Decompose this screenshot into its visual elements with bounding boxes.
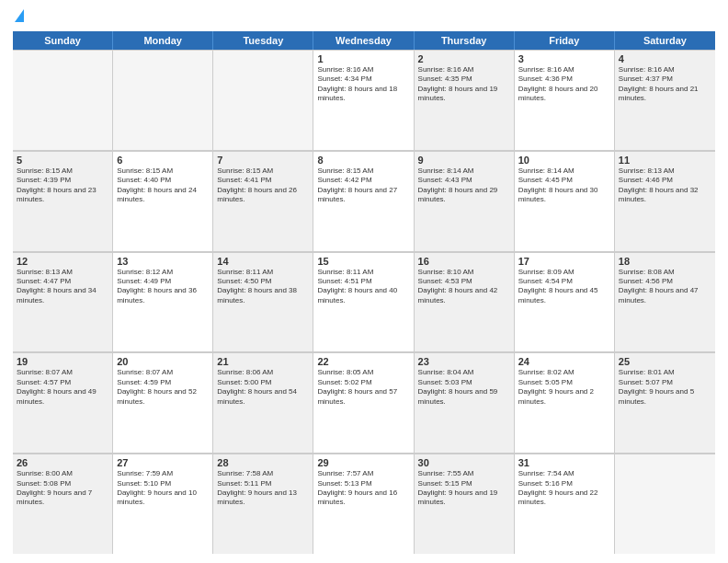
calendar-cell: 18Sunrise: 8:08 AM Sunset: 4:56 PM Dayli… xyxy=(615,252,715,352)
cell-details: Sunrise: 8:00 AM Sunset: 5:08 PM Dayligh… xyxy=(17,469,108,508)
cell-details: Sunrise: 8:10 AM Sunset: 4:53 PM Dayligh… xyxy=(418,268,510,306)
day-number: 15 xyxy=(317,256,409,267)
day-number: 5 xyxy=(17,155,108,166)
day-number: 25 xyxy=(619,356,711,367)
calendar-cell: 8Sunrise: 8:15 AM Sunset: 4:42 PM Daylig… xyxy=(313,151,414,251)
calendar: SundayMondayTuesdayWednesdayThursdayFrid… xyxy=(13,31,715,554)
calendar-cell: 31Sunrise: 7:54 AM Sunset: 5:16 PM Dayli… xyxy=(515,454,615,554)
header-day: Thursday xyxy=(415,31,515,50)
calendar-row: 5Sunrise: 8:15 AM Sunset: 4:39 PM Daylig… xyxy=(13,151,715,252)
day-number: 17 xyxy=(518,256,610,267)
header-day: Friday xyxy=(515,31,615,50)
day-number: 18 xyxy=(619,256,711,267)
calendar-cell: 13Sunrise: 8:12 AM Sunset: 4:49 PM Dayli… xyxy=(113,252,213,352)
page: SundayMondayTuesdayWednesdayThursdayFrid… xyxy=(0,0,728,563)
cell-details: Sunrise: 7:59 AM Sunset: 5:10 PM Dayligh… xyxy=(117,469,209,508)
cell-details: Sunrise: 8:16 AM Sunset: 4:37 PM Dayligh… xyxy=(619,65,711,104)
day-number: 28 xyxy=(217,457,309,468)
calendar-cell xyxy=(113,50,213,150)
cell-details: Sunrise: 8:12 AM Sunset: 4:49 PM Dayligh… xyxy=(117,268,209,306)
cell-details: Sunrise: 8:04 AM Sunset: 5:03 PM Dayligh… xyxy=(418,368,510,407)
cell-details: Sunrise: 8:09 AM Sunset: 4:54 PM Dayligh… xyxy=(518,268,610,306)
calendar-cell: 12Sunrise: 8:13 AM Sunset: 4:47 PM Dayli… xyxy=(13,252,113,352)
calendar-row: 26Sunrise: 8:00 AM Sunset: 5:08 PM Dayli… xyxy=(13,454,715,554)
logo xyxy=(13,9,24,24)
cell-details: Sunrise: 8:14 AM Sunset: 4:45 PM Dayligh… xyxy=(518,167,610,205)
cell-details: Sunrise: 7:57 AM Sunset: 5:13 PM Dayligh… xyxy=(317,469,409,508)
day-number: 11 xyxy=(619,155,711,166)
day-number: 20 xyxy=(117,356,209,367)
day-number: 16 xyxy=(418,256,510,267)
day-number: 26 xyxy=(17,457,108,468)
calendar-cell: 10Sunrise: 8:14 AM Sunset: 4:45 PM Dayli… xyxy=(515,151,615,251)
calendar-cell xyxy=(615,454,715,554)
day-number: 8 xyxy=(317,155,409,166)
day-number: 14 xyxy=(217,256,309,267)
day-number: 9 xyxy=(418,155,510,166)
cell-details: Sunrise: 8:07 AM Sunset: 4:59 PM Dayligh… xyxy=(117,368,209,407)
cell-details: Sunrise: 8:02 AM Sunset: 5:05 PM Dayligh… xyxy=(518,368,610,407)
day-number: 27 xyxy=(117,457,209,468)
cell-details: Sunrise: 8:15 AM Sunset: 4:40 PM Dayligh… xyxy=(117,167,209,205)
day-number: 24 xyxy=(518,356,610,367)
cell-details: Sunrise: 7:55 AM Sunset: 5:15 PM Dayligh… xyxy=(418,469,510,508)
calendar-body: 1Sunrise: 8:16 AM Sunset: 4:34 PM Daylig… xyxy=(13,50,715,554)
cell-details: Sunrise: 8:15 AM Sunset: 4:39 PM Dayligh… xyxy=(17,167,108,205)
cell-details: Sunrise: 7:54 AM Sunset: 5:16 PM Dayligh… xyxy=(518,469,610,508)
day-number: 19 xyxy=(17,356,108,367)
cell-details: Sunrise: 8:16 AM Sunset: 4:35 PM Dayligh… xyxy=(418,65,510,104)
header-day: Tuesday xyxy=(213,31,313,50)
day-number: 4 xyxy=(619,53,711,64)
calendar-cell: 4Sunrise: 8:16 AM Sunset: 4:37 PM Daylig… xyxy=(615,50,715,150)
calendar-cell: 2Sunrise: 8:16 AM Sunset: 4:35 PM Daylig… xyxy=(415,50,515,150)
calendar-cell: 29Sunrise: 7:57 AM Sunset: 5:13 PM Dayli… xyxy=(313,454,414,554)
calendar-cell: 23Sunrise: 8:04 AM Sunset: 5:03 PM Dayli… xyxy=(415,352,515,453)
calendar-cell: 3Sunrise: 8:16 AM Sunset: 4:36 PM Daylig… xyxy=(515,50,615,150)
cell-details: Sunrise: 8:15 AM Sunset: 4:42 PM Dayligh… xyxy=(317,167,409,205)
calendar-cell: 19Sunrise: 8:07 AM Sunset: 4:57 PM Dayli… xyxy=(13,352,113,453)
cell-details: Sunrise: 8:01 AM Sunset: 5:07 PM Dayligh… xyxy=(619,368,711,407)
day-number: 21 xyxy=(217,356,309,367)
cell-details: Sunrise: 8:07 AM Sunset: 4:57 PM Dayligh… xyxy=(17,368,108,407)
cell-details: Sunrise: 8:06 AM Sunset: 5:00 PM Dayligh… xyxy=(217,368,309,407)
cell-details: Sunrise: 8:16 AM Sunset: 4:36 PM Dayligh… xyxy=(518,65,610,104)
day-number: 31 xyxy=(518,457,610,468)
calendar-cell xyxy=(13,50,113,150)
header-day: Saturday xyxy=(615,31,715,50)
cell-details: Sunrise: 8:13 AM Sunset: 4:46 PM Dayligh… xyxy=(619,167,711,205)
calendar-cell: 9Sunrise: 8:14 AM Sunset: 4:43 PM Daylig… xyxy=(415,151,515,251)
day-number: 13 xyxy=(117,256,209,267)
calendar-cell: 21Sunrise: 8:06 AM Sunset: 5:00 PM Dayli… xyxy=(213,352,313,453)
calendar-cell: 15Sunrise: 8:11 AM Sunset: 4:51 PM Dayli… xyxy=(313,252,414,352)
day-number: 22 xyxy=(317,356,409,367)
calendar-cell: 16Sunrise: 8:10 AM Sunset: 4:53 PM Dayli… xyxy=(415,252,515,352)
logo-icon xyxy=(15,9,24,22)
calendar-cell: 6Sunrise: 8:15 AM Sunset: 4:40 PM Daylig… xyxy=(113,151,213,251)
header-day: Monday xyxy=(113,31,213,50)
header-day: Sunday xyxy=(13,31,113,50)
day-number: 2 xyxy=(418,53,510,64)
calendar-cell: 22Sunrise: 8:05 AM Sunset: 5:02 PM Dayli… xyxy=(313,352,414,453)
cell-details: Sunrise: 8:14 AM Sunset: 4:43 PM Dayligh… xyxy=(418,167,510,205)
header-day: Wednesday xyxy=(313,31,414,50)
calendar-cell: 17Sunrise: 8:09 AM Sunset: 4:54 PM Dayli… xyxy=(515,252,615,352)
calendar-cell: 30Sunrise: 7:55 AM Sunset: 5:15 PM Dayli… xyxy=(415,454,515,554)
day-number: 30 xyxy=(418,457,510,468)
day-number: 10 xyxy=(518,155,610,166)
day-number: 29 xyxy=(317,457,409,468)
calendar-row: 19Sunrise: 8:07 AM Sunset: 4:57 PM Dayli… xyxy=(13,352,715,454)
calendar-cell: 28Sunrise: 7:58 AM Sunset: 5:11 PM Dayli… xyxy=(213,454,313,554)
calendar-row: 12Sunrise: 8:13 AM Sunset: 4:47 PM Dayli… xyxy=(13,252,715,353)
calendar-cell: 27Sunrise: 7:59 AM Sunset: 5:10 PM Dayli… xyxy=(113,454,213,554)
header xyxy=(13,9,715,24)
calendar-cell xyxy=(213,50,313,150)
calendar-cell: 11Sunrise: 8:13 AM Sunset: 4:46 PM Dayli… xyxy=(615,151,715,251)
day-number: 6 xyxy=(117,155,209,166)
calendar-cell: 7Sunrise: 8:15 AM Sunset: 4:41 PM Daylig… xyxy=(213,151,313,251)
cell-details: Sunrise: 8:05 AM Sunset: 5:02 PM Dayligh… xyxy=(317,368,409,407)
cell-details: Sunrise: 8:15 AM Sunset: 4:41 PM Dayligh… xyxy=(217,167,309,205)
calendar-cell: 20Sunrise: 8:07 AM Sunset: 4:59 PM Dayli… xyxy=(113,352,213,453)
calendar-header: SundayMondayTuesdayWednesdayThursdayFrid… xyxy=(13,31,715,50)
calendar-cell: 24Sunrise: 8:02 AM Sunset: 5:05 PM Dayli… xyxy=(515,352,615,453)
cell-details: Sunrise: 8:11 AM Sunset: 4:51 PM Dayligh… xyxy=(317,268,409,306)
